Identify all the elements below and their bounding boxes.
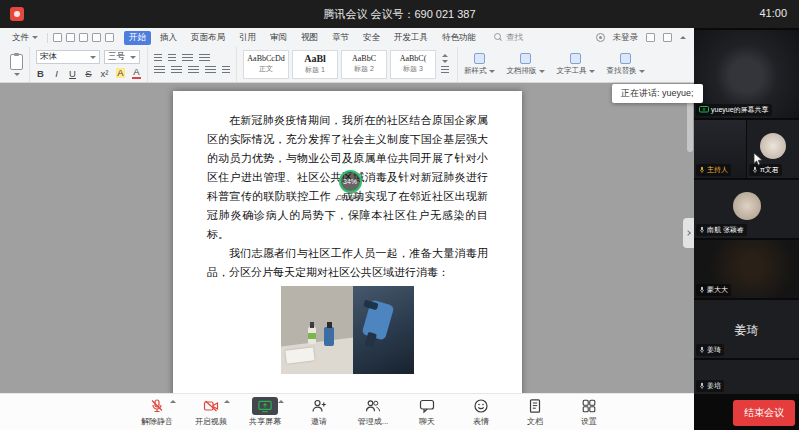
participant-tile-host[interactable]: 主持人 xyxy=(694,120,746,178)
paste-button[interactable] xyxy=(10,54,23,70)
undo-icon[interactable] xyxy=(92,33,101,42)
user-icon xyxy=(596,33,605,42)
tencent-meeting-window: 腾讯会议 会议号：690 021 387 41:00 文件 开始 xyxy=(0,0,799,430)
word-ribbon: 文件 开始 插入 页面布局 引用 审阅 视图 xyxy=(0,28,694,83)
font-name-select[interactable]: 宋体 xyxy=(36,50,100,64)
participant-display-name: 姜琦 xyxy=(694,322,799,339)
notification-icon[interactable] xyxy=(663,33,672,42)
settings-button[interactable]: 设置 xyxy=(565,397,613,427)
participant-tile-jiangpei[interactable]: 姜培 xyxy=(694,360,799,394)
file-menu-button[interactable]: 文件 xyxy=(8,31,42,45)
strikethrough-button[interactable]: S xyxy=(84,68,93,79)
video-options-arrow[interactable] xyxy=(224,400,230,403)
share-screen-button[interactable]: 共享屏幕 xyxy=(241,397,289,427)
chevron-down-icon xyxy=(130,56,136,59)
collapse-ribbon-icon[interactable] xyxy=(680,36,686,39)
print-icon[interactable] xyxy=(66,33,75,42)
align-center-icon[interactable] xyxy=(171,66,182,75)
start-video-button[interactable]: 开启视频 xyxy=(187,397,235,427)
participant-tile-screenshare[interactable]: yueyue的屏幕共享 xyxy=(694,30,799,118)
chat-button[interactable]: 聊天 xyxy=(403,397,451,427)
ribbon-search[interactable]: 查找 xyxy=(494,32,523,44)
panel-collapse-handle[interactable] xyxy=(683,218,694,248)
font-color-button[interactable]: A xyxy=(132,67,141,79)
new-style-button[interactable]: 新样式 xyxy=(458,53,501,76)
tab-security[interactable]: 安全 xyxy=(358,31,385,45)
tab-page-layout[interactable]: 页面布局 xyxy=(186,31,230,45)
emoji-button[interactable]: 表情 xyxy=(457,397,505,427)
increase-indent-icon[interactable] xyxy=(199,54,210,63)
meeting-title: 腾讯会议 会议号：690 021 387 xyxy=(0,7,799,22)
participant-tile-piwenjun[interactable]: π文君 xyxy=(747,120,799,178)
text-tools-icon xyxy=(570,53,581,64)
bullet-list-icon[interactable] xyxy=(154,54,162,63)
share-icon[interactable] xyxy=(646,33,655,42)
mic-options-arrow[interactable] xyxy=(170,400,176,403)
settings-icon xyxy=(581,398,597,414)
tab-review[interactable]: 审阅 xyxy=(265,31,292,45)
document-page[interactable]: 在新冠肺炎疫情期间，我所在的社区结合原国企家属区的实际情况，充分发挥了社会主义制… xyxy=(173,91,522,393)
ribbon-right-cluster: 未登录 xyxy=(596,32,687,44)
style-normal[interactable]: AaBbCcDd 正文 xyxy=(243,50,289,79)
preview-icon[interactable] xyxy=(79,33,88,42)
unmute-button[interactable]: 解除静音 xyxy=(133,397,181,427)
end-meeting-button[interactable]: 结束会议 xyxy=(733,400,795,426)
find-replace-button[interactable]: 查找替换 xyxy=(601,53,651,76)
style-heading2[interactable]: AaBbC 标题 2 xyxy=(341,50,387,79)
style-heading3[interactable]: AaBbC( 标题 3 xyxy=(390,50,436,79)
participant-tile-nanhang[interactable]: 南航 张颖睿 xyxy=(694,180,799,238)
mic-icon xyxy=(699,166,705,174)
highlight-color-button[interactable]: A xyxy=(116,68,125,78)
align-right-icon[interactable] xyxy=(188,66,199,75)
new-style-icon xyxy=(474,53,485,64)
chevron-down-icon xyxy=(90,56,96,59)
superscript-button[interactable]: x² xyxy=(100,68,109,79)
participant-tile-haodada[interactable]: 豪大大 xyxy=(694,240,799,298)
style-heading1[interactable]: AaBl 标题 1 xyxy=(292,50,338,79)
doc-paragraph-2: 我们志愿者们与社区工作人员一起，准备大量消毒用品，分区分片每天定期对社区公共区域… xyxy=(207,244,488,282)
members-icon xyxy=(365,398,381,414)
participants-panel: yueyue的屏幕共享 主持人 π文君 xyxy=(694,28,799,430)
document-canvas[interactable]: 在新冠肺炎疫情期间，我所在的社区结合原国企家属区的实际情况，充分发挥了社会主义制… xyxy=(0,83,694,393)
underline-button[interactable]: U xyxy=(68,68,77,79)
gallery-more-icon[interactable] xyxy=(441,66,449,75)
search-icon xyxy=(494,33,503,42)
share-options-arrow[interactable] xyxy=(278,400,284,403)
justify-icon[interactable] xyxy=(205,66,216,75)
mic-icon xyxy=(699,286,705,294)
doc-typeset-button[interactable]: 文档排版 xyxy=(501,53,551,76)
italic-button[interactable]: I xyxy=(52,68,61,79)
decrease-indent-icon[interactable] xyxy=(182,54,193,63)
tab-home[interactable]: 开始 xyxy=(124,31,151,45)
line-spacing-icon[interactable] xyxy=(222,66,230,75)
save-icon[interactable] xyxy=(53,33,62,42)
tab-view[interactable]: 视图 xyxy=(296,31,323,45)
chevron-down-icon xyxy=(32,36,38,39)
tab-special-features[interactable]: 特色功能 xyxy=(437,31,481,45)
mic-icon xyxy=(752,166,758,174)
align-left-icon[interactable] xyxy=(154,66,165,75)
chevron-down-icon xyxy=(539,70,545,73)
text-tools-button[interactable]: 文字工具 xyxy=(551,53,601,76)
docs-button[interactable]: 文档 xyxy=(511,397,559,427)
tab-references[interactable]: 引用 xyxy=(234,31,261,45)
manage-members-button[interactable]: 管理成... xyxy=(349,397,397,427)
gallery-down-icon[interactable] xyxy=(442,60,448,63)
avatar xyxy=(733,192,761,220)
redo-icon[interactable] xyxy=(105,33,114,42)
cpu-label: CPU消耗 xyxy=(330,194,370,203)
meeting-timer: 41:00 xyxy=(759,7,787,19)
account-label[interactable]: 未登录 xyxy=(613,32,639,44)
font-size-select[interactable]: 三号 xyxy=(104,50,140,64)
bold-button[interactable]: B xyxy=(36,68,45,79)
speaking-indicator: 正在讲话: yueyue; xyxy=(612,84,703,103)
invite-button[interactable]: 邀请 xyxy=(295,397,343,427)
performance-indicator[interactable]: 34% CPU消耗 xyxy=(330,170,370,203)
tab-developer[interactable]: 开发工具 xyxy=(389,31,433,45)
tab-insert[interactable]: 插入 xyxy=(155,31,182,45)
gallery-up-icon[interactable] xyxy=(442,54,448,57)
styles-gallery-arrows xyxy=(439,54,451,75)
tab-section[interactable]: 章节 xyxy=(327,31,354,45)
participant-tile-jiangqi[interactable]: 姜琦 姜琦 xyxy=(694,300,799,358)
numbered-list-icon[interactable] xyxy=(168,54,176,63)
